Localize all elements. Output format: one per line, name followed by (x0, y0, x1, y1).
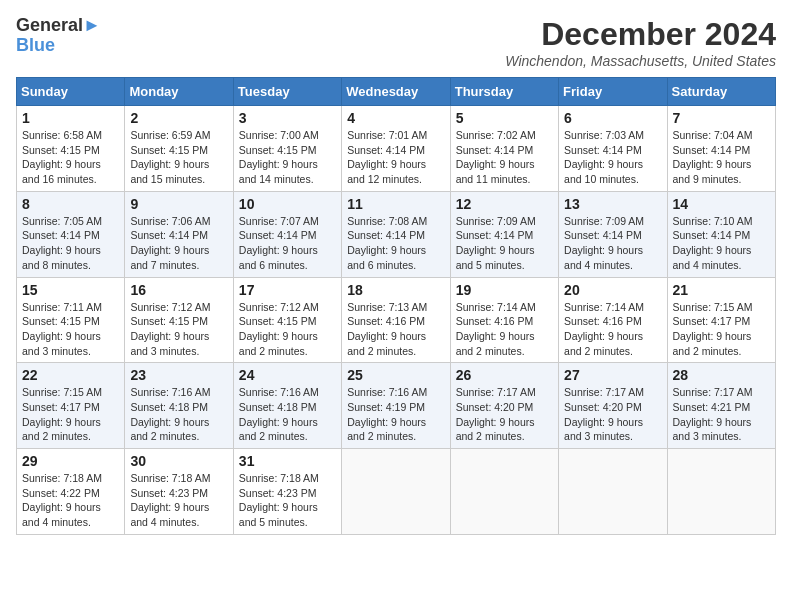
day-cell-23: 23 Sunrise: 7:16 AM Sunset: 4:18 PM Dayl… (125, 363, 233, 449)
sunrise-text: Sunrise: 7:16 AM (347, 386, 427, 398)
sunrise-text: Sunrise: 6:59 AM (130, 129, 210, 141)
daylight-text: Daylight: 9 hours and 15 minutes. (130, 158, 209, 185)
day-cell-9: 9 Sunrise: 7:06 AM Sunset: 4:14 PM Dayli… (125, 191, 233, 277)
sunset-text: Sunset: 4:14 PM (456, 229, 534, 241)
sunrise-text: Sunrise: 6:58 AM (22, 129, 102, 141)
location: Winchendon, Massachusetts, United States (505, 53, 776, 69)
day-number: 29 (22, 453, 119, 469)
sunset-text: Sunset: 4:21 PM (673, 401, 751, 413)
day-cell-15: 15 Sunrise: 7:11 AM Sunset: 4:15 PM Dayl… (17, 277, 125, 363)
day-number: 18 (347, 282, 444, 298)
sunrise-text: Sunrise: 7:06 AM (130, 215, 210, 227)
daylight-text: Daylight: 9 hours and 4 minutes. (673, 244, 752, 271)
sunrise-text: Sunrise: 7:03 AM (564, 129, 644, 141)
day-cell-5: 5 Sunrise: 7:02 AM Sunset: 4:14 PM Dayli… (450, 106, 558, 192)
sunrise-text: Sunrise: 7:10 AM (673, 215, 753, 227)
day-cell-22: 22 Sunrise: 7:15 AM Sunset: 4:17 PM Dayl… (17, 363, 125, 449)
title-block: December 2024 Winchendon, Massachusetts,… (505, 16, 776, 69)
day-cell-2: 2 Sunrise: 6:59 AM Sunset: 4:15 PM Dayli… (125, 106, 233, 192)
sunset-text: Sunset: 4:16 PM (564, 315, 642, 327)
day-cell-27: 27 Sunrise: 7:17 AM Sunset: 4:20 PM Dayl… (559, 363, 667, 449)
day-number: 26 (456, 367, 553, 383)
header-day-tuesday: Tuesday (233, 78, 341, 106)
sunset-text: Sunset: 4:15 PM (239, 315, 317, 327)
daylight-text: Daylight: 9 hours and 11 minutes. (456, 158, 535, 185)
sunset-text: Sunset: 4:14 PM (673, 144, 751, 156)
sunrise-text: Sunrise: 7:18 AM (22, 472, 102, 484)
day-number: 21 (673, 282, 770, 298)
day-number: 17 (239, 282, 336, 298)
day-number: 7 (673, 110, 770, 126)
sunset-text: Sunset: 4:16 PM (456, 315, 534, 327)
daylight-text: Daylight: 9 hours and 16 minutes. (22, 158, 101, 185)
day-cell-28: 28 Sunrise: 7:17 AM Sunset: 4:21 PM Dayl… (667, 363, 775, 449)
sunset-text: Sunset: 4:14 PM (673, 229, 751, 241)
day-number: 27 (564, 367, 661, 383)
sunset-text: Sunset: 4:20 PM (564, 401, 642, 413)
day-number: 8 (22, 196, 119, 212)
sunset-text: Sunset: 4:15 PM (130, 144, 208, 156)
day-cell-29: 29 Sunrise: 7:18 AM Sunset: 4:22 PM Dayl… (17, 449, 125, 535)
empty-cell (667, 449, 775, 535)
logo: General► Blue (16, 16, 101, 56)
sunrise-text: Sunrise: 7:17 AM (673, 386, 753, 398)
daylight-text: Daylight: 9 hours and 9 minutes. (673, 158, 752, 185)
sunset-text: Sunset: 4:14 PM (130, 229, 208, 241)
sunrise-text: Sunrise: 7:16 AM (239, 386, 319, 398)
day-cell-7: 7 Sunrise: 7:04 AM Sunset: 4:14 PM Dayli… (667, 106, 775, 192)
day-number: 3 (239, 110, 336, 126)
daylight-text: Daylight: 9 hours and 4 minutes. (564, 244, 643, 271)
day-cell-31: 31 Sunrise: 7:18 AM Sunset: 4:23 PM Dayl… (233, 449, 341, 535)
sunrise-text: Sunrise: 7:11 AM (22, 301, 102, 313)
day-number: 22 (22, 367, 119, 383)
daylight-text: Daylight: 9 hours and 2 minutes. (456, 330, 535, 357)
sunset-text: Sunset: 4:20 PM (456, 401, 534, 413)
sunrise-text: Sunrise: 7:08 AM (347, 215, 427, 227)
day-cell-18: 18 Sunrise: 7:13 AM Sunset: 4:16 PM Dayl… (342, 277, 450, 363)
day-number: 19 (456, 282, 553, 298)
sunrise-text: Sunrise: 7:15 AM (22, 386, 102, 398)
sunrise-text: Sunrise: 7:01 AM (347, 129, 427, 141)
empty-cell (342, 449, 450, 535)
sunset-text: Sunset: 4:22 PM (22, 487, 100, 499)
daylight-text: Daylight: 9 hours and 14 minutes. (239, 158, 318, 185)
daylight-text: Daylight: 9 hours and 3 minutes. (22, 330, 101, 357)
day-number: 20 (564, 282, 661, 298)
sunrise-text: Sunrise: 7:09 AM (564, 215, 644, 227)
sunrise-text: Sunrise: 7:00 AM (239, 129, 319, 141)
sunset-text: Sunset: 4:14 PM (347, 229, 425, 241)
sunset-text: Sunset: 4:14 PM (564, 144, 642, 156)
header-day-sunday: Sunday (17, 78, 125, 106)
sunset-text: Sunset: 4:16 PM (347, 315, 425, 327)
daylight-text: Daylight: 9 hours and 6 minutes. (239, 244, 318, 271)
week-row-2: 8 Sunrise: 7:05 AM Sunset: 4:14 PM Dayli… (17, 191, 776, 277)
sunset-text: Sunset: 4:15 PM (130, 315, 208, 327)
header-day-wednesday: Wednesday (342, 78, 450, 106)
day-cell-3: 3 Sunrise: 7:00 AM Sunset: 4:15 PM Dayli… (233, 106, 341, 192)
calendar-table: SundayMondayTuesdayWednesdayThursdayFrid… (16, 77, 776, 535)
sunrise-text: Sunrise: 7:16 AM (130, 386, 210, 398)
day-cell-19: 19 Sunrise: 7:14 AM Sunset: 4:16 PM Dayl… (450, 277, 558, 363)
day-number: 16 (130, 282, 227, 298)
header-day-saturday: Saturday (667, 78, 775, 106)
sunset-text: Sunset: 4:18 PM (130, 401, 208, 413)
day-cell-16: 16 Sunrise: 7:12 AM Sunset: 4:15 PM Dayl… (125, 277, 233, 363)
page-header: General► Blue December 2024 Winchendon, … (16, 16, 776, 69)
day-cell-11: 11 Sunrise: 7:08 AM Sunset: 4:14 PM Dayl… (342, 191, 450, 277)
sunset-text: Sunset: 4:15 PM (22, 144, 100, 156)
month-title: December 2024 (505, 16, 776, 53)
sunset-text: Sunset: 4:14 PM (564, 229, 642, 241)
calendar-header-row: SundayMondayTuesdayWednesdayThursdayFrid… (17, 78, 776, 106)
day-cell-30: 30 Sunrise: 7:18 AM Sunset: 4:23 PM Dayl… (125, 449, 233, 535)
sunrise-text: Sunrise: 7:02 AM (456, 129, 536, 141)
daylight-text: Daylight: 9 hours and 4 minutes. (130, 501, 209, 528)
day-number: 31 (239, 453, 336, 469)
sunrise-text: Sunrise: 7:14 AM (456, 301, 536, 313)
day-number: 4 (347, 110, 444, 126)
daylight-text: Daylight: 9 hours and 2 minutes. (673, 330, 752, 357)
daylight-text: Daylight: 9 hours and 2 minutes. (347, 416, 426, 443)
daylight-text: Daylight: 9 hours and 2 minutes. (456, 416, 535, 443)
day-number: 24 (239, 367, 336, 383)
day-cell-25: 25 Sunrise: 7:16 AM Sunset: 4:19 PM Dayl… (342, 363, 450, 449)
sunrise-text: Sunrise: 7:07 AM (239, 215, 319, 227)
